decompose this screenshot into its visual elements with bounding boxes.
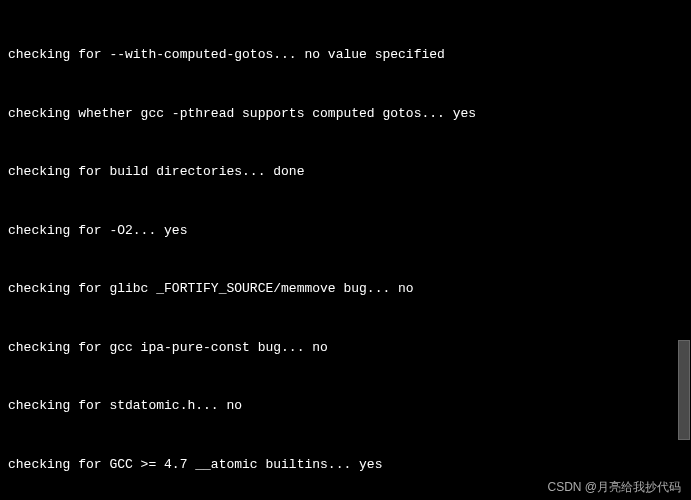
output-line: checking whether gcc -pthread supports c… (8, 104, 683, 124)
scrollbar[interactable] (677, 0, 691, 500)
terminal-output: checking for --with-computed-gotos... no… (8, 6, 683, 500)
output-line: checking for --with-computed-gotos... no… (8, 45, 683, 65)
output-line: checking for stdatomic.h... no (8, 396, 683, 416)
output-line: checking for gcc ipa-pure-const bug... n… (8, 338, 683, 358)
watermark: CSDN @月亮给我抄代码 (547, 478, 681, 496)
output-line: checking for build directories... done (8, 162, 683, 182)
output-line: checking for -O2... yes (8, 221, 683, 241)
output-line: checking for glibc _FORTIFY_SOURCE/memmo… (8, 279, 683, 299)
scrollbar-thumb[interactable] (678, 340, 690, 440)
output-line: checking for GCC >= 4.7 __atomic builtin… (8, 455, 683, 475)
